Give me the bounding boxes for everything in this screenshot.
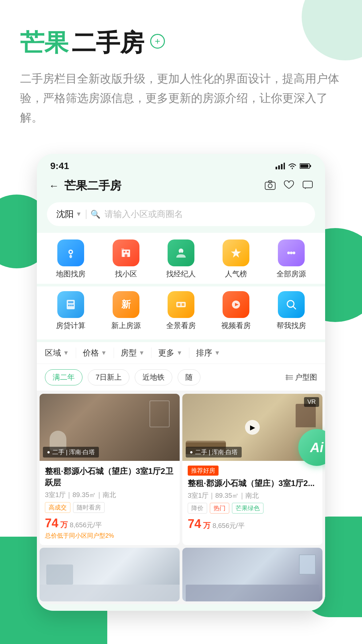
svg-rect-2	[281, 164, 283, 169]
category-popular[interactable]: 人气榜	[210, 236, 262, 282]
category-all[interactable]: 全部房源	[265, 236, 317, 282]
listing-image-3	[40, 548, 180, 601]
svg-marker-20	[231, 248, 241, 258]
community-icon	[113, 239, 139, 266]
add-icon[interactable]: +	[150, 34, 165, 49]
heart-icon[interactable]	[284, 179, 294, 193]
category-video[interactable]: 视频看房	[210, 288, 262, 334]
phone-mockup: 9:41 ← 芒果二	[37, 154, 325, 610]
category-calc[interactable]: 房贷计算	[45, 288, 97, 334]
listing-price-1: 74 万 8,656元/平	[45, 516, 174, 530]
svg-rect-5	[310, 165, 311, 167]
listing-tag-1b: 随时看房	[73, 502, 105, 513]
svg-rect-6	[300, 164, 308, 168]
search-input[interactable]: 请输入小区或商圈名	[105, 208, 183, 220]
tag-random[interactable]: 随	[178, 369, 200, 385]
status-icons	[276, 163, 312, 169]
camera-icon[interactable]	[265, 179, 276, 193]
filter-area-arrow: ▼	[63, 350, 69, 357]
listing-title-1: 整租·郡源小石城（望庄）3室1厅2卫 跃层	[45, 466, 174, 488]
floor-plan-toggle[interactable]: 户型图	[286, 372, 317, 382]
svg-line-35	[293, 306, 296, 309]
title-mango: 芒果	[20, 27, 68, 59]
category-map-label: 地图找房	[56, 269, 85, 279]
title-rest: 二手房	[72, 27, 144, 59]
svg-rect-16	[125, 254, 127, 257]
search-location[interactable]: 沈阳 ▼	[56, 208, 82, 220]
category-broker-label: 找经纪人	[166, 269, 196, 279]
filter-price-arrow: ▼	[101, 350, 107, 357]
video-icon	[223, 291, 249, 318]
tag-new7[interactable]: 7日新上	[88, 369, 129, 385]
header-title: 芒果 二手房 +	[20, 27, 342, 59]
listing-title-2: 整租·郡源小石城（望庄）3室1厅2...	[188, 478, 317, 489]
listing-low-price-note-1: 总价低于同小区同户型2%	[45, 532, 174, 540]
signal-icon	[276, 163, 285, 169]
tags-bar: 满二年 7日新上 近地铁 随 户型图	[37, 364, 325, 391]
tag-metro[interactable]: 近地铁	[135, 369, 172, 385]
svg-rect-28	[72, 305, 74, 306]
status-bar: 9:41	[37, 154, 325, 175]
category-calc-label: 房贷计算	[56, 321, 85, 331]
ai-label: Ai	[310, 440, 323, 455]
category-new-label: 新上房源	[111, 321, 141, 331]
status-time: 9:41	[50, 161, 69, 171]
wifi-icon	[288, 163, 297, 169]
battery-icon	[300, 163, 312, 169]
listing-image-4	[182, 548, 322, 601]
listing-card-2[interactable]: ● 二手 | 浑南·白塔 ▶ VR 推荐好房 整租·郡源小石城（望庄）3室1厅2…	[182, 394, 322, 545]
category-vr-label: 全景看房	[166, 321, 196, 331]
listing-card-1[interactable]: ● 二手 | 浑南·白塔 整租·郡源小石城（望庄）3室1厅2卫 跃层 3室1厅｜…	[40, 394, 180, 545]
listing-badge-2: ● 二手 | 浑南·白塔	[186, 447, 242, 458]
header-section: 芒果 二手房 + 二手房栏目全新改版升级，更加人性化的界面设计，提高用户体验，严…	[0, 0, 362, 141]
category-popular-label: 人气榜	[225, 269, 247, 279]
filter-more-arrow: ▼	[176, 350, 182, 357]
svg-point-8	[268, 184, 272, 188]
play-button-2[interactable]: ▶	[245, 420, 260, 435]
svg-rect-25	[68, 301, 73, 303]
search-divider	[86, 210, 86, 219]
svg-rect-3	[284, 163, 285, 169]
listing-card-4[interactable]	[182, 548, 322, 601]
category-vr[interactable]: 全景看房	[155, 288, 207, 334]
svg-rect-9	[268, 181, 272, 182]
category-community-label: 找小区	[115, 269, 137, 279]
header-description: 二手房栏目全新改版升级，更加人性化的界面设计，提高用户体验，严格筛选房源信息，更…	[20, 69, 342, 127]
tag-two-year[interactable]: 满二年	[45, 369, 82, 385]
nav-left: ← 芒果二手房	[49, 178, 121, 194]
category-grid-row2: 房贷计算 新 新上房源 全景看房	[37, 286, 325, 339]
category-broker[interactable]: 找经纪人	[155, 236, 207, 282]
filter-more[interactable]: 更多 ▼	[152, 347, 189, 358]
listing-badge-1: ● 二手 | 浑南·白塔	[43, 447, 99, 458]
listing-tag-2b: 热门	[210, 503, 229, 514]
category-help-label: 帮我找房	[277, 321, 306, 331]
svg-rect-15	[127, 251, 129, 253]
category-new[interactable]: 新 新上房源	[100, 288, 152, 334]
filter-area[interactable]: 区域 ▼	[45, 347, 76, 358]
svg-point-12	[70, 251, 72, 253]
category-help[interactable]: 帮我找房	[265, 288, 317, 334]
all-icon	[278, 239, 305, 266]
filter-price[interactable]: 价格 ▼	[76, 347, 114, 358]
svg-point-22	[290, 252, 293, 254]
help-icon	[278, 291, 305, 318]
listing-tag-2a: 降价	[188, 503, 207, 514]
category-all-label: 全部房源	[277, 269, 306, 279]
svg-rect-30	[178, 303, 180, 306]
svg-rect-26	[68, 305, 70, 306]
svg-rect-27	[70, 305, 72, 306]
search-bar[interactable]: 沈阳 ▼ 🔍 请输入小区或商圈名	[47, 202, 315, 226]
nav-bar: ← 芒果二手房	[37, 175, 325, 199]
category-grid-row1: 地图找房 找小区 找经纪人	[37, 233, 325, 284]
category-map[interactable]: 地图找房	[45, 236, 97, 282]
filter-type[interactable]: 房型 ▼	[114, 347, 152, 358]
svg-rect-7	[265, 182, 275, 190]
calc-icon	[57, 291, 84, 318]
back-button[interactable]: ←	[49, 180, 59, 192]
listing-card-3[interactable]	[40, 548, 180, 601]
message-icon[interactable]	[302, 179, 313, 193]
filter-sort[interactable]: 排序 ▼	[189, 347, 227, 358]
category-community[interactable]: 找小区	[100, 236, 152, 282]
listing-tags-1: 高成交 随时看房	[45, 502, 174, 513]
listing-info-1: 整租·郡源小石城（望庄）3室1厅2卫 跃层 3室1厅｜89.35㎡｜南北 高成交…	[40, 461, 180, 545]
